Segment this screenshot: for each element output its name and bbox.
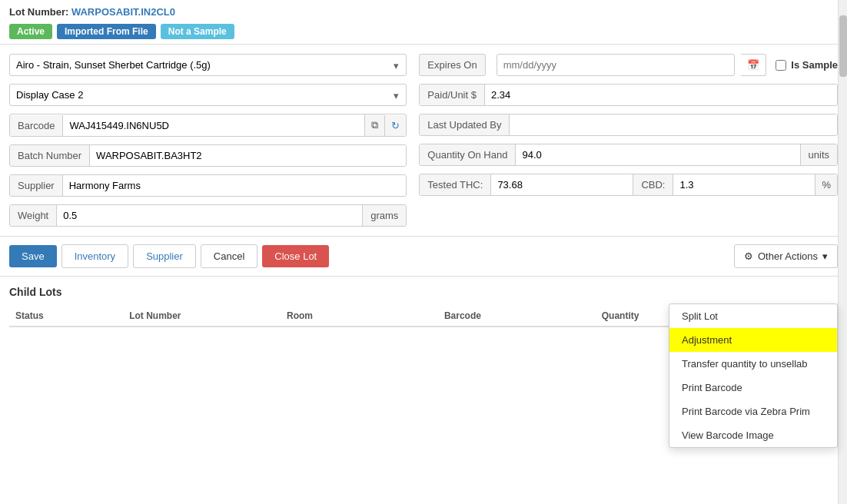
thc-row: Tested THC: CBD: % — [419, 174, 838, 196]
supplier-input[interactable] — [63, 175, 407, 196]
top-bar: Lot Number: WARPOSABIT.IN2CL0 Active Imp… — [0, 0, 847, 45]
col-status: Status — [9, 310, 123, 321]
dropdown-adjustment[interactable]: Adjustment — [669, 328, 837, 352]
quantity-on-hand-row: Quantity On Hand units — [419, 144, 838, 166]
dropdown-print-barcode-zebra[interactable]: Print Barcode via Zebra Prim — [669, 400, 837, 423]
location-select-wrapper[interactable]: Display Case 2 — [9, 84, 407, 106]
last-updated-input[interactable] — [510, 114, 837, 135]
left-column: Airo - Strain, Sunset Sherbet Cartridge … — [9, 54, 407, 227]
expires-label: Expires On — [419, 54, 485, 76]
supplier-group: Supplier — [9, 174, 407, 197]
col-room: Room — [281, 310, 438, 321]
col-lot-number: Lot Number — [123, 310, 281, 321]
dropdown-print-barcode[interactable]: Print Barcode — [669, 376, 837, 400]
close-lot-button[interactable]: Close Lot — [262, 245, 329, 267]
thc-label: Tested THC: — [420, 174, 491, 195]
qty-unit: units — [800, 144, 837, 165]
batch-number-input[interactable] — [90, 145, 406, 166]
gear-icon: ⚙ — [744, 250, 753, 262]
supplier-label: Supplier — [10, 175, 63, 196]
badge-not-sample: Not a Sample — [161, 24, 234, 39]
paid-label: Paid/Unit $ — [420, 85, 485, 105]
location-select[interactable]: Display Case 2 — [9, 84, 407, 106]
barcode-group: Barcode ⧉ ↻ — [9, 114, 407, 137]
page-wrapper: Lot Number: WARPOSABIT.IN2CL0 Active Imp… — [0, 0, 847, 504]
dropdown-transfer-qty[interactable]: Transfer quantity to unsellab — [669, 352, 837, 376]
save-button[interactable]: Save — [9, 245, 57, 267]
last-updated-group: Last Updated By — [419, 114, 838, 136]
paid-input[interactable] — [485, 85, 837, 105]
barcode-copy-icon[interactable]: ⧉ — [364, 114, 384, 136]
dropdown-view-barcode-image[interactable]: View Barcode Image — [669, 423, 837, 447]
expires-row: Expires On 📅 — [419, 54, 766, 76]
weight-input[interactable] — [57, 205, 362, 226]
last-updated-label: Last Updated By — [420, 114, 510, 135]
batch-number-label: Batch Number — [10, 145, 90, 166]
child-lots-title: Child Lots — [9, 286, 838, 298]
main-content: Airo - Strain, Sunset Sherbet Cartridge … — [0, 45, 847, 236]
qty-label: Quantity On Hand — [420, 144, 516, 165]
is-sample-checkbox[interactable] — [776, 60, 786, 71]
lot-number-row: Lot Number: WARPOSABIT.IN2CL0 — [9, 6, 838, 18]
expires-input[interactable] — [497, 54, 736, 76]
weight-group: Weight grams — [9, 204, 407, 227]
dropdown-split-lot[interactable]: Split Lot — [669, 304, 837, 328]
other-actions-button[interactable]: ⚙ Other Actions ▾ — [734, 244, 838, 268]
badge-active: Active — [9, 24, 52, 39]
cancel-button[interactable]: Cancel — [201, 244, 257, 268]
right-column: Expires On 📅 Is Sample Paid/Unit $ Last … — [419, 54, 838, 227]
scrollbar-thumb[interactable] — [839, 15, 847, 77]
scrollbar[interactable] — [838, 0, 847, 504]
lot-number-value: WARPOSABIT.IN2CL0 — [71, 6, 175, 18]
weight-label: Weight — [10, 205, 57, 226]
qty-input[interactable] — [516, 144, 799, 165]
weight-unit: grams — [362, 205, 406, 226]
badge-imported: Imported From File — [57, 24, 156, 39]
badges-row: Active Imported From File Not a Sample — [9, 24, 838, 39]
other-actions-label: Other Actions — [758, 250, 818, 262]
is-sample-row: Is Sample — [776, 59, 838, 71]
supplier-button[interactable]: Supplier — [133, 244, 196, 268]
thc-input[interactable] — [491, 174, 633, 195]
barcode-input[interactable] — [63, 115, 364, 136]
product-select[interactable]: Airo - Strain, Sunset Sherbet Cartridge … — [9, 54, 407, 76]
action-bar: Save Inventory Supplier Cancel Close Lot… — [0, 236, 847, 277]
batch-number-group: Batch Number — [9, 144, 407, 167]
lot-number-label: Lot Number: — [9, 6, 68, 18]
percent-unit: % — [815, 174, 837, 195]
barcode-label: Barcode — [10, 115, 63, 136]
caret-down-icon: ▾ — [822, 250, 828, 262]
other-actions-dropdown: Split Lot Adjustment Transfer quantity t… — [669, 303, 838, 448]
cbd-input[interactable] — [673, 174, 815, 195]
product-select-wrapper[interactable]: Airo - Strain, Sunset Sherbet Cartridge … — [9, 54, 407, 76]
is-sample-label: Is Sample — [791, 59, 838, 71]
barcode-refresh-icon[interactable]: ↻ — [384, 115, 406, 136]
paid-unit-row: Paid/Unit $ — [419, 84, 838, 106]
col-barcode: Barcode — [438, 310, 596, 321]
cbd-label: CBD: — [633, 174, 673, 195]
calendar-icon[interactable]: 📅 — [741, 54, 766, 76]
inventory-button[interactable]: Inventory — [61, 244, 128, 268]
